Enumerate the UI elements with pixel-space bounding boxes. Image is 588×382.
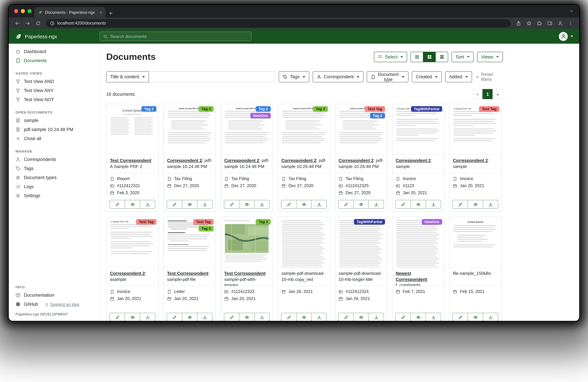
view-document-button[interactable]	[239, 313, 254, 321]
filter-correspondent-dropdown[interactable]: Correspondent	[313, 71, 364, 82]
document-thumbnail[interactable]: Adobe Acrobat PDF FilesTest TagTag 2	[335, 104, 387, 155]
filter-document-type-dropdown[interactable]: Document type	[367, 71, 408, 82]
browser-arrow-right-button[interactable]	[23, 19, 32, 28]
correspondent-link[interactable]: Test Correspondent	[224, 271, 265, 276]
pagination-prev-button[interactable]: «	[472, 89, 483, 99]
tab-search-chevron-icon[interactable]	[569, 9, 574, 13]
edit-document-button[interactable]	[224, 313, 239, 321]
reset-filters-button[interactable]: Reset filters	[475, 72, 503, 82]
browser-puzzle-button[interactable]	[535, 19, 544, 28]
download-document-button[interactable]	[197, 313, 212, 321]
download-document-button[interactable]	[368, 313, 384, 321]
tag-chip[interactable]: Test Tag	[193, 219, 213, 224]
sidebar-item-test-view-and[interactable]: Test View AND	[9, 77, 99, 86]
tag-chip[interactable]: Tag 3	[199, 226, 213, 231]
edit-document-button[interactable]	[110, 313, 125, 321]
document-thumbnail[interactable]: NewOne	[392, 217, 444, 267]
tag-chip[interactable]: TagWithPartial	[411, 106, 442, 112]
filter-query-input[interactable]	[149, 71, 275, 82]
sidebar-item-documentation[interactable]: Documentation	[9, 291, 99, 300]
view-document-button[interactable]	[125, 200, 140, 209]
sidebar-item-documents[interactable]: Documents	[9, 56, 99, 65]
tab-close-icon[interactable]: ×	[99, 10, 103, 15]
site-info-icon[interactable]	[50, 21, 54, 25]
browser-person-button[interactable]	[556, 19, 565, 28]
view-document-button[interactable]	[296, 200, 312, 209]
view-document-button[interactable]	[125, 313, 140, 321]
download-document-button[interactable]	[483, 313, 498, 321]
sidebar-item-close-all[interactable]: Close all	[9, 134, 99, 143]
minimize-window-button[interactable]	[21, 9, 25, 13]
view-document-button[interactable]	[411, 313, 426, 321]
document-thumbnail[interactable]: Lorem ipsum	[449, 217, 501, 267]
download-document-button[interactable]	[254, 313, 270, 321]
edit-document-button[interactable]	[338, 200, 354, 209]
tag-chip[interactable]: TagWithPartial	[354, 219, 385, 224]
tag-chip[interactable]: Tag 3	[256, 219, 271, 224]
view-document-button[interactable]	[468, 200, 483, 209]
browser-star-button[interactable]	[525, 19, 534, 28]
filter-tags-dropdown[interactable]: Tags	[279, 71, 309, 82]
download-document-button[interactable]	[140, 313, 155, 321]
sidebar-item-pdf-sample-10-24-48-pm[interactable]: pdf-sample 10.24.48 PM	[9, 125, 99, 134]
view-mode-view-grid-button[interactable]	[423, 52, 436, 62]
browser-share-button[interactable]	[514, 19, 523, 28]
sidebar-item-test-view-not[interactable]: Test View NOT	[9, 95, 99, 104]
maximize-window-button[interactable]	[28, 9, 32, 13]
download-document-button[interactable]	[311, 200, 327, 209]
browser-kebab-button[interactable]	[566, 19, 575, 28]
filter-created-dropdown[interactable]: Created	[412, 71, 441, 82]
document-thumbnail[interactable]: TagWithPartial	[335, 217, 387, 267]
tag-chip[interactable]: NewOne	[251, 113, 271, 118]
correspondent-link[interactable]: Test Correspondent	[110, 158, 151, 163]
view-mode-view-details-button[interactable]	[436, 52, 448, 62]
edit-document-button[interactable]	[281, 313, 296, 321]
views-dropdown-button[interactable]: Views	[477, 52, 503, 62]
view-mode-view-list-button[interactable]	[411, 52, 423, 62]
download-document-button[interactable]	[368, 200, 384, 209]
browser-arrow-left-button[interactable]	[13, 19, 22, 28]
browser-tab[interactable]: Documents - Paperless-ngx ×	[34, 7, 105, 18]
global-search[interactable]	[100, 32, 252, 41]
tag-chip[interactable]: Test Tag	[365, 106, 385, 112]
pagination-next-button[interactable]: »	[493, 89, 503, 99]
document-thumbnail[interactable]: Lorem IpsumTag 2	[106, 104, 158, 155]
correspondent-link[interactable]: Correspondent 2	[281, 158, 316, 163]
download-document-button[interactable]	[426, 200, 441, 209]
correspondent-link[interactable]: Newest Correspondent	[396, 271, 427, 282]
correspondent-link[interactable]: Correspondent 2	[167, 158, 202, 163]
sidebar-item-github[interactable]: GitHubSuggest an idea	[9, 300, 99, 309]
pagination-page-1-button[interactable]: 1	[483, 89, 493, 99]
sidebar-item-test-view-any[interactable]: Test View ANY	[9, 86, 99, 95]
view-document-button[interactable]	[468, 313, 483, 321]
edit-document-button[interactable]	[281, 200, 296, 209]
download-document-button[interactable]	[426, 313, 441, 321]
sort-dropdown-button[interactable]: Sort	[452, 52, 474, 62]
download-document-button[interactable]	[483, 200, 498, 209]
sidebar-item-document-types[interactable]: Document types	[9, 173, 99, 182]
edit-document-button[interactable]	[224, 200, 239, 209]
edit-document-button[interactable]	[453, 200, 468, 209]
sidebar-item-sample[interactable]: sample	[9, 116, 99, 125]
view-document-button[interactable]	[353, 313, 369, 321]
view-document-button[interactable]	[353, 200, 369, 209]
close-window-button[interactable]	[14, 9, 18, 13]
app-brand[interactable]: Paperless-ngx	[15, 33, 100, 40]
correspondent-link[interactable]: Correspondent 2	[224, 158, 259, 163]
document-thumbnail[interactable]: Tag 3	[221, 217, 273, 267]
sidebar-item-dashboard[interactable]: Dashboard	[9, 47, 99, 56]
edit-document-button[interactable]	[167, 200, 182, 209]
correspondent-link[interactable]: Correspondent 2	[453, 158, 488, 163]
user-menu[interactable]	[559, 32, 573, 41]
document-thumbnail[interactable]: Adobe Acrobat PDF FilesTag 3	[164, 104, 215, 155]
document-thumbnail[interactable]: A Simple PDF FileTagWithPartial	[392, 104, 444, 155]
view-document-button[interactable]	[182, 313, 197, 321]
download-document-button[interactable]	[311, 313, 327, 321]
tag-chip[interactable]: NewOne	[422, 219, 442, 224]
tag-chip[interactable]: Tag 3	[313, 106, 328, 112]
download-document-button[interactable]	[254, 200, 270, 209]
edit-document-button[interactable]	[395, 200, 411, 209]
edit-document-button[interactable]	[395, 313, 411, 321]
tag-chip[interactable]: Test Tag	[479, 106, 499, 112]
document-thumbnail[interactable]: Adobe Acrobat PDF FilesTag 3	[278, 104, 330, 155]
